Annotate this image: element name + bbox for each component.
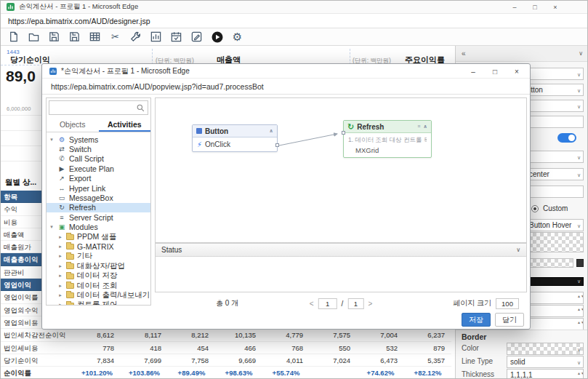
collapse-node-icon[interactable]: ∧ xyxy=(269,128,273,134)
cut-icon[interactable]: ✂ xyxy=(108,30,122,44)
collapse-panel-icon[interactable]: « xyxy=(462,49,466,57)
refresh-input-port[interactable] xyxy=(342,131,345,135)
calendar-icon[interactable] xyxy=(169,30,183,44)
border-color-field[interactable] xyxy=(507,343,584,355)
dialog-window-controls: – □ × xyxy=(469,64,521,79)
onclick-event[interactable]: ⚡ OnClick xyxy=(197,140,273,148)
tree-item-데이터-저장[interactable]: ▸데이터 저장 xyxy=(47,271,150,280)
prev-page-icon[interactable]: < xyxy=(310,300,314,308)
table-row-법인세차감전순이익[interactable]: 법인세차감전순이익8,6128,1178,21210,1354,7797,575… xyxy=(1,329,451,341)
tree-item-execute-plan[interactable]: ▶Execute Plan xyxy=(47,164,150,173)
button-node[interactable]: Button ∧ ⚡ OnClick xyxy=(192,124,278,152)
section-divider-line xyxy=(456,330,588,330)
tree-item-export[interactable]: ↗Export xyxy=(47,174,150,183)
dialog-minimize-icon[interactable]: – xyxy=(469,68,478,76)
maximize-icon[interactable]: □ xyxy=(531,4,539,11)
export-icon: ↗ xyxy=(57,175,66,182)
custom-radio-label: Custom xyxy=(543,204,568,212)
status-chevron-icon[interactable]: ∨ xyxy=(516,247,520,253)
save-button[interactable]: 저장 xyxy=(462,313,491,327)
tools-icon[interactable] xyxy=(129,30,142,44)
dialog-url-text: https://epa.bimatrix.com/AUD/popview.jsp… xyxy=(51,82,264,91)
message-box-icon: ▭ xyxy=(57,194,66,202)
folder-icon xyxy=(66,283,74,289)
color-chip[interactable] xyxy=(576,259,584,267)
refresh-node-title: Refresh xyxy=(357,123,384,131)
dialog-close-icon[interactable]: × xyxy=(512,68,521,76)
monthly-section-title: 월별 상... xyxy=(5,177,36,188)
status-panel-header[interactable]: Status ∨ xyxy=(156,244,526,257)
close-button[interactable]: 닫기 xyxy=(495,313,524,327)
toggle-switch[interactable] xyxy=(557,133,576,143)
chart-icon[interactable] xyxy=(149,30,163,44)
custom-radio[interactable] xyxy=(531,205,539,212)
table-row-순이익률[interactable]: 순이익률+101.20%+103.86%+89.49%+98.63%+55.74… xyxy=(1,367,451,379)
onclick-event-label: OnClick xyxy=(205,140,230,148)
prop-field-hover-value: Button Hover xyxy=(529,221,571,229)
tree-item-refresh[interactable]: ↻Refresh xyxy=(47,203,150,212)
tree-item-switch[interactable]: ⇄Switch xyxy=(47,144,150,153)
line-type-field[interactable]: solid xyxy=(507,356,584,368)
close-icon[interactable]: × xyxy=(551,4,560,11)
tree-group-modules[interactable]: ▾▣Modules xyxy=(47,223,150,232)
tree-item-ppdm-샘플[interactable]: ▸PPDM 샘플 xyxy=(47,232,150,242)
tree-item-대화상자-팝업[interactable]: ▸대화상자/팝업 xyxy=(47,261,150,271)
run-icon[interactable] xyxy=(210,30,224,44)
page-size-input[interactable]: 100 xyxy=(496,298,519,309)
refresh-node-header[interactable]: ↻ Refresh ≡∧ xyxy=(344,121,431,133)
line-type-value: solid xyxy=(510,358,525,366)
folder-icon xyxy=(66,292,74,298)
tree-search-box[interactable] xyxy=(49,100,148,115)
y-axis-label: 6,000,000 xyxy=(7,105,31,112)
table-row-법인세비용[interactable]: 법인세비용778418454466768550532879 xyxy=(1,342,451,354)
section-divider-v1 xyxy=(152,49,153,65)
tree-item-데이터-조회[interactable]: ▸데이터 조회 xyxy=(47,281,150,290)
tab-objects[interactable]: Objects xyxy=(47,117,99,132)
flow-canvas[interactable]: Button ∧ ⚡ OnClick ↻ Refresh ≡∧ xyxy=(155,97,527,243)
save-all-icon[interactable] xyxy=(68,30,81,44)
table-row-당기순이익[interactable]: 당기순이익7,8347,6997,7589,6694,0117,0246,473… xyxy=(1,354,451,367)
tree-item-server-script[interactable]: ≡Server Script xyxy=(47,212,150,222)
refresh-node[interactable]: ↻ Refresh ≡∧ 1. 데이터 조회 대상 컨트롤 목록 MXGrid xyxy=(343,120,432,158)
edit-icon[interactable] xyxy=(190,30,204,44)
tree-item-컨트롤-제어[interactable]: ▸컨트롤 제어 xyxy=(47,300,150,306)
app-icon xyxy=(7,1,15,14)
next-page-icon[interactable]: > xyxy=(368,300,372,308)
button-node-header[interactable]: Button ∧ xyxy=(193,125,277,137)
refresh-node-target: MXGrid xyxy=(348,146,427,154)
tree-group-systems[interactable]: ▾⚙Systems xyxy=(47,135,150,144)
panel-chevron-icon[interactable]: ∨ xyxy=(579,50,583,57)
color-label: Color xyxy=(462,344,479,352)
dialog-titlebar[interactable]: *손익계산서 - 프로필 1 - Microsoft Edge – □ × xyxy=(42,64,530,79)
folder-icon xyxy=(66,303,74,306)
folder-icon xyxy=(66,254,74,260)
dialog-app-icon xyxy=(49,65,57,78)
current-page-input[interactable]: 1 xyxy=(318,298,337,309)
tab-activities[interactable]: Activities xyxy=(99,117,151,132)
tree-search-input[interactable] xyxy=(52,104,137,112)
dialog-maximize-icon[interactable]: □ xyxy=(491,68,499,76)
folder-icon xyxy=(66,234,74,240)
tree-item-기타[interactable]: ▸기타 xyxy=(47,252,150,261)
tree-item-messagebox[interactable]: ▭MessageBox xyxy=(47,193,150,202)
tree-item-g-matrix[interactable]: ▸G-MATRIX xyxy=(47,242,150,251)
settings-icon[interactable]: ⚙ xyxy=(230,30,244,44)
open-folder-icon[interactable] xyxy=(27,30,41,44)
tree-item-hyper-link[interactable]: ↔Hyper Link xyxy=(47,183,150,193)
url-bar[interactable]: https://epa.bimatrix.com/AUD/designer.js… xyxy=(1,14,587,28)
new-document-icon[interactable] xyxy=(7,30,20,44)
status-label: Status xyxy=(161,246,182,254)
button-output-port[interactable] xyxy=(275,143,279,147)
minimize-icon[interactable]: – xyxy=(510,4,519,11)
tree-item-call-script[interactable]: ✆Call Script xyxy=(47,154,150,164)
tree-item-데이터-출력-내보내기[interactable]: ▸데이터 출력/내보내기 xyxy=(47,290,150,300)
window-title: 손익계산서 - 프로필 1 - Microsoft Edge xyxy=(19,2,138,12)
save-icon[interactable] xyxy=(47,30,61,44)
node-menu-icon[interactable]: ≡ xyxy=(417,124,420,129)
edge-window: 손익계산서 - 프로필 1 - Microsoft Edge – □ × htt… xyxy=(0,0,588,379)
main-toolbar: ✂ ⚙ xyxy=(1,28,587,46)
table-grid-icon[interactable] xyxy=(88,30,102,44)
dialog-url-bar: https://epa.bimatrix.com/AUD/popview.jsp… xyxy=(42,79,530,95)
collapse-node-icon[interactable]: ∧ xyxy=(423,124,427,129)
thickness-field[interactable]: 1,1,1,1 xyxy=(507,369,584,379)
